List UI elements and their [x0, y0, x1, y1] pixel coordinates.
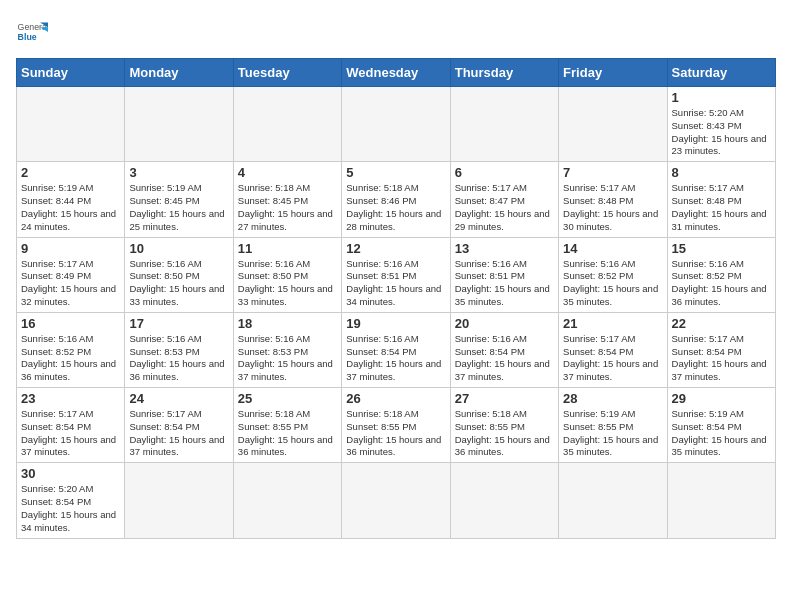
- day-info: Sunrise: 5:18 AM Sunset: 8:55 PM Dayligh…: [455, 408, 554, 459]
- calendar-week-2: 9Sunrise: 5:17 AM Sunset: 8:49 PM Daylig…: [17, 237, 776, 312]
- calendar-week-5: 30Sunrise: 5:20 AM Sunset: 8:54 PM Dayli…: [17, 463, 776, 538]
- day-info: Sunrise: 5:17 AM Sunset: 8:54 PM Dayligh…: [672, 333, 771, 384]
- calendar-cell: [559, 463, 667, 538]
- day-info: Sunrise: 5:17 AM Sunset: 8:54 PM Dayligh…: [563, 333, 662, 384]
- day-number: 1: [672, 90, 771, 105]
- calendar-cell: 14Sunrise: 5:16 AM Sunset: 8:52 PM Dayli…: [559, 237, 667, 312]
- day-info: Sunrise: 5:20 AM Sunset: 8:54 PM Dayligh…: [21, 483, 120, 534]
- calendar-cell: 12Sunrise: 5:16 AM Sunset: 8:51 PM Dayli…: [342, 237, 450, 312]
- calendar-week-1: 2Sunrise: 5:19 AM Sunset: 8:44 PM Daylig…: [17, 162, 776, 237]
- day-number: 27: [455, 391, 554, 406]
- day-number: 13: [455, 241, 554, 256]
- day-number: 6: [455, 165, 554, 180]
- day-number: 2: [21, 165, 120, 180]
- calendar-cell: [450, 463, 558, 538]
- calendar-cell: [125, 463, 233, 538]
- calendar-cell: [667, 463, 775, 538]
- weekday-header-monday: Monday: [125, 59, 233, 87]
- calendar-cell: 28Sunrise: 5:19 AM Sunset: 8:55 PM Dayli…: [559, 388, 667, 463]
- day-info: Sunrise: 5:16 AM Sunset: 8:50 PM Dayligh…: [129, 258, 228, 309]
- calendar-cell: [17, 87, 125, 162]
- day-info: Sunrise: 5:17 AM Sunset: 8:49 PM Dayligh…: [21, 258, 120, 309]
- day-info: Sunrise: 5:16 AM Sunset: 8:50 PM Dayligh…: [238, 258, 337, 309]
- day-info: Sunrise: 5:16 AM Sunset: 8:53 PM Dayligh…: [129, 333, 228, 384]
- day-number: 7: [563, 165, 662, 180]
- calendar-cell: [559, 87, 667, 162]
- day-number: 14: [563, 241, 662, 256]
- calendar-cell: 27Sunrise: 5:18 AM Sunset: 8:55 PM Dayli…: [450, 388, 558, 463]
- calendar-cell: [342, 463, 450, 538]
- weekday-header-friday: Friday: [559, 59, 667, 87]
- day-info: Sunrise: 5:16 AM Sunset: 8:54 PM Dayligh…: [346, 333, 445, 384]
- day-info: Sunrise: 5:17 AM Sunset: 8:48 PM Dayligh…: [672, 182, 771, 233]
- weekday-header-thursday: Thursday: [450, 59, 558, 87]
- day-info: Sunrise: 5:17 AM Sunset: 8:47 PM Dayligh…: [455, 182, 554, 233]
- day-info: Sunrise: 5:16 AM Sunset: 8:51 PM Dayligh…: [346, 258, 445, 309]
- day-number: 29: [672, 391, 771, 406]
- day-number: 19: [346, 316, 445, 331]
- day-number: 5: [346, 165, 445, 180]
- day-number: 11: [238, 241, 337, 256]
- calendar-cell: 22Sunrise: 5:17 AM Sunset: 8:54 PM Dayli…: [667, 312, 775, 387]
- calendar-cell: 18Sunrise: 5:16 AM Sunset: 8:53 PM Dayli…: [233, 312, 341, 387]
- svg-text:Blue: Blue: [18, 32, 37, 42]
- calendar-cell: [233, 463, 341, 538]
- calendar-week-4: 23Sunrise: 5:17 AM Sunset: 8:54 PM Dayli…: [17, 388, 776, 463]
- calendar-cell: 13Sunrise: 5:16 AM Sunset: 8:51 PM Dayli…: [450, 237, 558, 312]
- day-info: Sunrise: 5:16 AM Sunset: 8:54 PM Dayligh…: [455, 333, 554, 384]
- calendar-cell: 10Sunrise: 5:16 AM Sunset: 8:50 PM Dayli…: [125, 237, 233, 312]
- header: General Blue: [16, 16, 776, 48]
- day-info: Sunrise: 5:19 AM Sunset: 8:45 PM Dayligh…: [129, 182, 228, 233]
- day-number: 12: [346, 241, 445, 256]
- day-info: Sunrise: 5:17 AM Sunset: 8:54 PM Dayligh…: [129, 408, 228, 459]
- calendar-cell: 15Sunrise: 5:16 AM Sunset: 8:52 PM Dayli…: [667, 237, 775, 312]
- calendar-cell: [450, 87, 558, 162]
- day-info: Sunrise: 5:16 AM Sunset: 8:52 PM Dayligh…: [21, 333, 120, 384]
- day-info: Sunrise: 5:16 AM Sunset: 8:51 PM Dayligh…: [455, 258, 554, 309]
- day-number: 10: [129, 241, 228, 256]
- calendar-cell: 3Sunrise: 5:19 AM Sunset: 8:45 PM Daylig…: [125, 162, 233, 237]
- day-number: 22: [672, 316, 771, 331]
- calendar-cell: 6Sunrise: 5:17 AM Sunset: 8:47 PM Daylig…: [450, 162, 558, 237]
- day-info: Sunrise: 5:19 AM Sunset: 8:54 PM Dayligh…: [672, 408, 771, 459]
- calendar-cell: 19Sunrise: 5:16 AM Sunset: 8:54 PM Dayli…: [342, 312, 450, 387]
- calendar-cell: 7Sunrise: 5:17 AM Sunset: 8:48 PM Daylig…: [559, 162, 667, 237]
- calendar-cell: 20Sunrise: 5:16 AM Sunset: 8:54 PM Dayli…: [450, 312, 558, 387]
- calendar-cell: 11Sunrise: 5:16 AM Sunset: 8:50 PM Dayli…: [233, 237, 341, 312]
- day-number: 24: [129, 391, 228, 406]
- logo-icon: General Blue: [16, 16, 48, 48]
- day-info: Sunrise: 5:18 AM Sunset: 8:55 PM Dayligh…: [346, 408, 445, 459]
- day-info: Sunrise: 5:19 AM Sunset: 8:55 PM Dayligh…: [563, 408, 662, 459]
- day-number: 21: [563, 316, 662, 331]
- calendar-cell: 16Sunrise: 5:16 AM Sunset: 8:52 PM Dayli…: [17, 312, 125, 387]
- calendar-cell: 5Sunrise: 5:18 AM Sunset: 8:46 PM Daylig…: [342, 162, 450, 237]
- day-number: 4: [238, 165, 337, 180]
- weekday-header-wednesday: Wednesday: [342, 59, 450, 87]
- calendar-cell: [125, 87, 233, 162]
- weekday-header-row: SundayMondayTuesdayWednesdayThursdayFrid…: [17, 59, 776, 87]
- day-info: Sunrise: 5:19 AM Sunset: 8:44 PM Dayligh…: [21, 182, 120, 233]
- day-info: Sunrise: 5:16 AM Sunset: 8:52 PM Dayligh…: [672, 258, 771, 309]
- calendar-cell: 1Sunrise: 5:20 AM Sunset: 8:43 PM Daylig…: [667, 87, 775, 162]
- weekday-header-tuesday: Tuesday: [233, 59, 341, 87]
- day-number: 18: [238, 316, 337, 331]
- day-number: 3: [129, 165, 228, 180]
- day-info: Sunrise: 5:17 AM Sunset: 8:54 PM Dayligh…: [21, 408, 120, 459]
- calendar-table: SundayMondayTuesdayWednesdayThursdayFrid…: [16, 58, 776, 539]
- calendar-cell: 9Sunrise: 5:17 AM Sunset: 8:49 PM Daylig…: [17, 237, 125, 312]
- weekday-header-sunday: Sunday: [17, 59, 125, 87]
- day-info: Sunrise: 5:17 AM Sunset: 8:48 PM Dayligh…: [563, 182, 662, 233]
- calendar-cell: 4Sunrise: 5:18 AM Sunset: 8:45 PM Daylig…: [233, 162, 341, 237]
- day-number: 25: [238, 391, 337, 406]
- day-info: Sunrise: 5:18 AM Sunset: 8:45 PM Dayligh…: [238, 182, 337, 233]
- calendar-cell: 8Sunrise: 5:17 AM Sunset: 8:48 PM Daylig…: [667, 162, 775, 237]
- calendar-cell: 23Sunrise: 5:17 AM Sunset: 8:54 PM Dayli…: [17, 388, 125, 463]
- day-number: 8: [672, 165, 771, 180]
- day-number: 23: [21, 391, 120, 406]
- calendar-week-3: 16Sunrise: 5:16 AM Sunset: 8:52 PM Dayli…: [17, 312, 776, 387]
- day-number: 30: [21, 466, 120, 481]
- calendar-cell: [342, 87, 450, 162]
- weekday-header-saturday: Saturday: [667, 59, 775, 87]
- day-info: Sunrise: 5:16 AM Sunset: 8:53 PM Dayligh…: [238, 333, 337, 384]
- calendar-cell: 29Sunrise: 5:19 AM Sunset: 8:54 PM Dayli…: [667, 388, 775, 463]
